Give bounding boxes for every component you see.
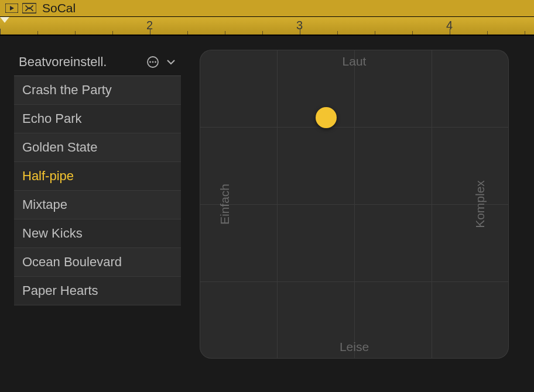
preset-panel: Beatvoreinstell. Crash the Party Echo Pa… bbox=[14, 50, 181, 359]
xy-label-complex: Komplex bbox=[473, 180, 487, 228]
chevron-down-icon[interactable] bbox=[166, 57, 176, 67]
preset-item-paper-hearts[interactable]: Paper Hearts bbox=[14, 277, 181, 305]
svg-point-5 bbox=[149, 61, 151, 63]
tracks-header: SoCal bbox=[0, 0, 534, 17]
preset-item-mixtape[interactable]: Mixtape bbox=[14, 191, 181, 219]
xy-grid bbox=[200, 50, 509, 359]
svg-marker-1 bbox=[10, 6, 14, 11]
preset-item-crash-the-party[interactable]: Crash the Party bbox=[14, 76, 181, 105]
preset-more-button[interactable] bbox=[146, 55, 160, 69]
svg-point-3 bbox=[28, 7, 30, 9]
xy-pad-container: Laut Leise Einfach Komplex bbox=[200, 50, 520, 359]
preset-header: Beatvoreinstell. bbox=[14, 50, 181, 75]
svg-point-6 bbox=[152, 61, 154, 63]
preset-title: Beatvoreinstell. bbox=[19, 54, 140, 70]
drummer-editor: Beatvoreinstell. Crash the Party Echo Pa… bbox=[0, 36, 534, 359]
timeline-ruler[interactable]: 2 3 4 bbox=[0, 17, 534, 36]
track-title: SoCal bbox=[42, 1, 76, 15]
preset-item-echo-park[interactable]: Echo Park bbox=[14, 105, 181, 133]
svg-point-7 bbox=[155, 61, 156, 63]
playhead[interactable] bbox=[0, 17, 9, 23]
xy-label-loud: Laut bbox=[343, 54, 367, 68]
preset-item-ocean-boulevard[interactable]: Ocean Boulevard bbox=[14, 248, 181, 277]
xy-label-simple: Einfach bbox=[218, 184, 232, 225]
xy-label-soft: Leise bbox=[340, 340, 369, 354]
preset-item-half-pipe[interactable]: Half-pipe bbox=[14, 162, 181, 191]
play-icon[interactable] bbox=[5, 2, 19, 14]
xy-pad[interactable]: Laut Leise Einfach Komplex bbox=[200, 50, 509, 359]
xy-puck[interactable] bbox=[316, 107, 337, 128]
preset-list: Crash the Party Echo Park Golden State H… bbox=[14, 75, 181, 305]
drummer-icon[interactable] bbox=[22, 2, 36, 14]
preset-item-golden-state[interactable]: Golden State bbox=[14, 133, 181, 162]
preset-item-new-kicks[interactable]: New Kicks bbox=[14, 219, 181, 248]
